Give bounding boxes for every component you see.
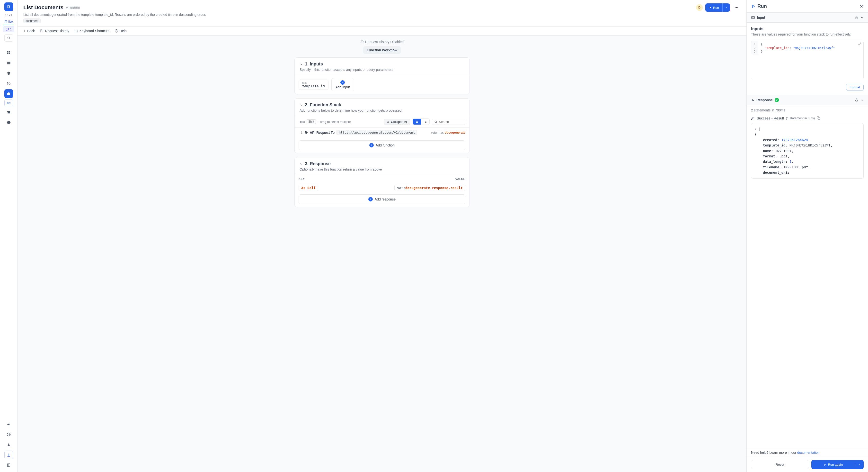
input-section-bar[interactable]: Input: [747, 13, 868, 23]
function-stack-card: 2. Function Stack Add functions below to…: [294, 98, 469, 153]
chevron-down-icon: [300, 104, 303, 107]
svg-point-3: [5, 21, 7, 21]
search-button[interactable]: [4, 34, 13, 41]
response-subtitle: Optionally have this function return a v…: [300, 167, 464, 171]
copy-button[interactable]: [817, 116, 820, 120]
lock-icon[interactable]: [855, 16, 858, 19]
success-badge: ✓: [775, 98, 779, 102]
success-line: Success - Result (1 statement in 0.7s): [747, 115, 868, 123]
history-icon: [7, 82, 11, 85]
nav-database[interactable]: [4, 59, 13, 67]
search-icon: [434, 120, 437, 123]
nav-history[interactable]: [4, 79, 13, 88]
json-input-editor[interactable]: 123 { "template_id": "MKj0H7tsiHKIc5rlzJ…: [751, 41, 864, 79]
nav-library[interactable]: [4, 89, 13, 98]
run-dropdown[interactable]: [722, 3, 730, 12]
run-label: Run: [713, 6, 719, 9]
help-line: Need help? Learn more in our documentati…: [747, 448, 868, 457]
database-icon: [4, 20, 7, 23]
workspace-badge[interactable]: D: [4, 2, 13, 11]
nav-functions[interactable]: f(x): [4, 99, 13, 106]
nav-docs[interactable]: [4, 461, 13, 470]
row-label: API Request To: [310, 131, 335, 135]
input-chip-template-id[interactable]: text template_id: [299, 80, 329, 90]
history-disabled-label: Request History Disabled: [365, 40, 404, 44]
response-value: var:docugenerate.response.result: [394, 185, 465, 191]
run-again-button[interactable]: Run again: [811, 460, 864, 469]
inputs-subheading: These are values required for your funct…: [751, 32, 864, 36]
nav-marketplace[interactable]: [4, 108, 13, 117]
page-tag[interactable]: document: [23, 19, 41, 23]
format-button[interactable]: Format: [846, 84, 864, 91]
svg-rect-7: [7, 53, 8, 54]
response-card: 3. Response Optionally have this functio…: [294, 157, 469, 207]
more-button[interactable]: [732, 3, 741, 12]
close-button[interactable]: [859, 4, 864, 8]
nav-download[interactable]: [4, 450, 13, 459]
response-row[interactable]: As Self var:docugenerate.response.result: [295, 183, 469, 195]
add-function-label: Add function: [376, 143, 395, 147]
chevron-up-icon[interactable]: [860, 98, 864, 102]
lifebuoy-icon: [7, 433, 11, 437]
stack-search-input[interactable]: [439, 120, 463, 124]
request-history-button[interactable]: Request History: [40, 29, 69, 33]
page-title: List Documents: [23, 4, 63, 11]
history-disabled-notice: Request History Disabled: [360, 40, 404, 44]
view-numbered[interactable]: [421, 119, 429, 124]
nav-announce[interactable]: [4, 420, 13, 429]
stack-search[interactable]: [432, 119, 465, 125]
docs-link[interactable]: documentation: [797, 450, 819, 454]
main: List Documents #199556 D Run List: [18, 0, 746, 472]
keyboard-shortcuts-button[interactable]: Keyboard Shortcuts: [75, 29, 110, 33]
lock-icon[interactable]: [855, 98, 858, 102]
expand-button[interactable]: [858, 42, 862, 46]
stack-title[interactable]: 2. Function Stack: [300, 102, 464, 108]
api-icon: [304, 131, 308, 134]
response-section-bar[interactable]: Response ✓: [747, 95, 868, 105]
svg-rect-8: [9, 53, 10, 54]
nav-support[interactable]: [4, 430, 13, 439]
svg-point-0: [6, 14, 6, 15]
stack-subtitle: Add functions below to determine how you…: [300, 109, 464, 112]
svg-point-15: [8, 434, 9, 435]
add-response-button[interactable]: + Add response: [299, 195, 465, 204]
inputs-card: 1. Inputs Specify if this function accep…: [294, 57, 469, 94]
inputs-title[interactable]: 1. Inputs: [300, 62, 464, 67]
grid-icon: [7, 51, 11, 55]
run-again-dropdown[interactable]: [855, 464, 864, 466]
nav-user[interactable]: [4, 440, 13, 449]
more-icon: [734, 5, 739, 10]
comments-button[interactable]: 1: [3, 26, 14, 32]
chevron-up-icon[interactable]: [860, 16, 864, 19]
help-button[interactable]: Help: [115, 29, 127, 33]
add-response-label: Add response: [375, 197, 396, 201]
response-title[interactable]: 3. Response: [300, 161, 464, 167]
reset-button[interactable]: Reset: [751, 460, 809, 469]
view-list[interactable]: [413, 119, 421, 124]
nav-dashboard[interactable]: [4, 49, 13, 57]
nav-settings[interactable]: [4, 118, 13, 127]
svg-rect-17: [7, 464, 10, 467]
form-icon: [751, 16, 755, 20]
nav-layers[interactable]: [4, 69, 13, 78]
megaphone-icon: [7, 422, 11, 426]
branch-selector[interactable]: v1: [4, 13, 13, 18]
layers-icon: [7, 71, 11, 75]
book-icon: [7, 463, 11, 467]
plus-icon: +: [368, 197, 373, 202]
input-section-label: Input: [757, 16, 765, 20]
svg-point-26: [435, 121, 437, 123]
sidebar: D v1 live 1 f(x): [0, 0, 18, 472]
run-button[interactable]: Run: [705, 3, 730, 12]
response-stats: 2 statements in 700ms: [747, 105, 868, 115]
avatar[interactable]: D: [696, 4, 703, 11]
add-function-button[interactable]: + Add function: [299, 140, 465, 150]
add-input-button[interactable]: + Add input: [331, 78, 354, 91]
collapse-all-button[interactable]: Collapse All: [384, 119, 410, 125]
env-selector[interactable]: live: [3, 20, 14, 24]
back-button[interactable]: Back: [23, 29, 35, 33]
svg-rect-5: [7, 51, 8, 53]
response-json[interactable]: ▾ [ { created: 1737061264624, template_i…: [751, 123, 864, 179]
stack-row-1[interactable]: 1 API Request To https://api.docugenerat…: [295, 127, 469, 138]
gear-icon: [7, 120, 11, 124]
